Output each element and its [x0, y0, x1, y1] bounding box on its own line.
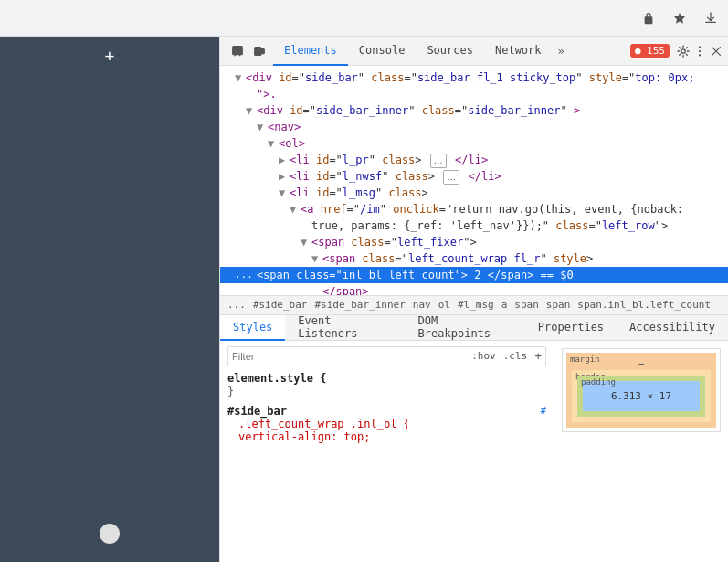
svg-rect-4: [261, 48, 265, 53]
tree-row[interactable]: ▼ <div id="side_bar" class="side_bar fl_…: [220, 69, 728, 86]
tree-toggle[interactable]: ▼: [301, 234, 311, 250]
styles-panel: :hov .cls + element.style { } #si: [220, 341, 728, 563]
error-badge: ● 155: [630, 44, 670, 58]
tab-styles[interactable]: Styles: [220, 315, 285, 341]
tab-network[interactable]: Network: [484, 37, 553, 66]
filter-bar: :hov .cls +: [227, 346, 546, 366]
breadcrumb-item[interactable]: #side_bar: [253, 299, 308, 311]
tree-row[interactable]: ▼ <a href="/im" onclick="return nav.go(t…: [220, 201, 728, 217]
tree-toggle[interactable]: ▼: [268, 135, 279, 152]
cls-button[interactable]: .cls: [500, 350, 532, 362]
tab-event-listeners[interactable]: Event Listeners: [285, 315, 405, 341]
browser-toolbar: [0, 0, 728, 37]
tree-row: ">.: [220, 86, 728, 102]
svg-point-6: [699, 46, 701, 48]
breadcrumb-bar: ... #side_bar #side_bar_inner nav ol #l_…: [220, 295, 728, 315]
tree-row[interactable]: ▼ <ol>: [220, 135, 728, 152]
tree-row[interactable]: ▼ <div id="side_bar_inner" class="side_b…: [220, 102, 728, 119]
tree-row: true, params: {_ref: 'left_nav'}});" cla…: [220, 217, 728, 234]
breadcrumb-item[interactable]: nav: [413, 299, 431, 311]
styles-left: :hov .cls + element.style { } #si: [220, 341, 554, 563]
devtools-more-icon[interactable]: [691, 43, 708, 59]
tab-accessibility[interactable]: Accessibility: [617, 315, 728, 341]
tab-dom-breakpoints[interactable]: DOM Breakpoints: [406, 315, 525, 341]
breadcrumb-item[interactable]: #side_bar_inner: [314, 299, 405, 311]
download-icon[interactable]: [702, 10, 719, 27]
device-toggle-icon[interactable]: [251, 43, 268, 59]
svg-point-8: [699, 54, 701, 56]
style-selector: element.style {: [227, 372, 546, 385]
tree-toggle[interactable]: ▼: [311, 250, 322, 267]
tree-toggle[interactable]: ▼: [235, 69, 246, 86]
devtools-icons: [224, 43, 273, 59]
add-tab-button[interactable]: +: [105, 46, 115, 65]
devtools-close-icon[interactable]: [708, 43, 724, 59]
breadcrumb-item[interactable]: ...: [227, 299, 246, 311]
style-block-sidebar: #side_bar # .left_count_wrap .inl_bl { v…: [227, 405, 546, 443]
tree-row[interactable]: ▶ <li id="l_pr" class> … </li>: [220, 152, 728, 168]
tab-elements[interactable]: Elements: [273, 37, 348, 66]
filter-input[interactable]: [228, 351, 468, 362]
inspect-element-icon[interactable]: [229, 43, 246, 59]
more-tabs-button[interactable]: »: [553, 45, 570, 58]
tree-toggle[interactable]: ▼: [279, 185, 290, 201]
box-border: border padding 6.313 × 17: [572, 370, 711, 422]
tree-row[interactable]: ▼ <li id="l_msg" class>: [220, 185, 728, 201]
svg-point-5: [681, 48, 685, 52]
tree-row[interactable]: ▼ <nav>: [220, 119, 728, 135]
tree-toggle[interactable]: ▶: [279, 152, 290, 168]
html-tree[interactable]: ▼ <div id="side_bar" class="side_bar fl_…: [220, 66, 728, 295]
tree-toggle[interactable]: ▼: [246, 102, 257, 119]
box-model: margin − border padding 6.313 × 17: [562, 348, 721, 432]
breadcrumb-item[interactable]: ol: [438, 299, 450, 311]
tab-console[interactable]: Console: [348, 37, 417, 66]
tree-row[interactable]: ▶ <li id="l_nwsf" class> … </li>: [220, 168, 728, 185]
svg-rect-3: [255, 47, 261, 55]
tree-row: </span>: [220, 283, 728, 295]
style-source-link[interactable]: #: [540, 405, 546, 417]
add-style-rule-button[interactable]: +: [531, 349, 545, 363]
tree-line-content: <div id="side_bar" class="side_bar fl_1 …: [246, 69, 694, 86]
tree-row-selected[interactable]: ... <span class="inl_bl left_count"> 2 <…: [220, 267, 728, 283]
page-sidebar: +: [0, 37, 219, 562]
breadcrumb-item[interactable]: span: [546, 299, 571, 311]
pseudo-class-button[interactable]: :hov: [468, 350, 500, 362]
expand-ellipsis[interactable]: …: [430, 154, 447, 168]
breadcrumb-item[interactable]: #l_msg: [458, 299, 494, 311]
ellipsis-prefix: ...: [235, 267, 253, 283]
style-close: }: [227, 385, 546, 398]
tab-properties[interactable]: Properties: [525, 315, 617, 341]
star-icon[interactable]: [671, 10, 688, 27]
lock-icon[interactable]: [640, 10, 657, 27]
box-padding: padding 6.313 × 17: [577, 376, 705, 417]
styles-right-box-model: margin − border padding 6.313 × 17: [554, 341, 728, 563]
breadcrumb-item[interactable]: span: [514, 299, 539, 311]
breadcrumb-item[interactable]: a: [501, 299, 508, 311]
tree-toggle[interactable]: ▼: [257, 119, 268, 135]
tree-toggle[interactable]: ▼: [290, 201, 301, 217]
tree-row[interactable]: ▼ <span class="left_count_wrap fl_r" sty…: [220, 250, 728, 267]
breadcrumb-item[interactable]: span.inl_bl.left_count: [577, 299, 711, 311]
expand-ellipsis[interactable]: …: [443, 170, 459, 185]
style-block-element: element.style { }: [227, 372, 546, 398]
tree-row[interactable]: ▼ <span class="left_fixer">: [220, 234, 728, 250]
user-avatar: [100, 524, 120, 544]
box-margin: margin − border padding 6.313 × 17: [566, 353, 716, 428]
svg-point-7: [699, 49, 701, 51]
svg-rect-0: [233, 46, 243, 54]
devtools-panel: Elements Console Sources Network » ● 155: [219, 37, 728, 562]
tab-sources[interactable]: Sources: [416, 37, 484, 66]
style-prop-row-2: vertical-align: top;: [227, 430, 546, 443]
tree-toggle[interactable]: ▶: [279, 168, 290, 185]
devtools-settings-icon[interactable]: [675, 43, 691, 59]
style-prop-row: .left_count_wrap .inl_bl {: [227, 418, 546, 430]
main-container: + Elements Console Sources: [0, 37, 728, 562]
style-selector-row: #side_bar #: [227, 405, 546, 418]
devtools-tab-bar: Elements Console Sources Network » ● 155: [220, 37, 728, 66]
bottom-tabs: Styles Event Listeners DOM Breakpoints P…: [220, 315, 728, 341]
